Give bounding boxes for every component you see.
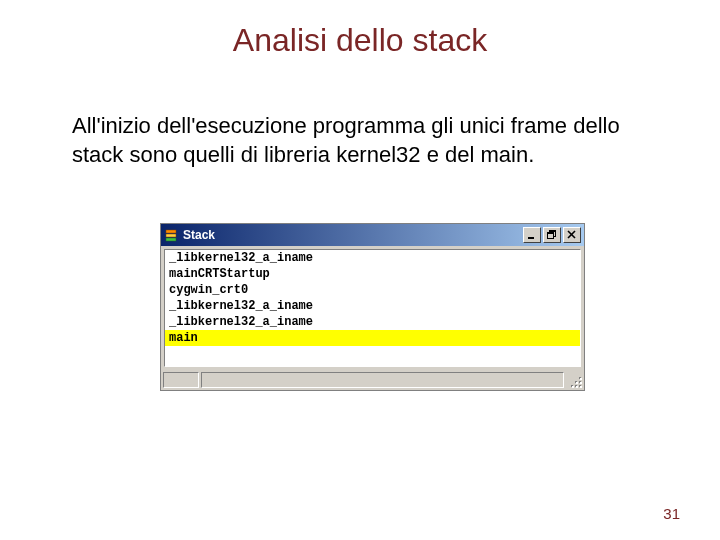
svg-rect-0 — [166, 230, 176, 233]
svg-rect-5 — [550, 231, 556, 233]
slide-body-text: All'inizio dell'esecuzione programma gli… — [72, 112, 652, 169]
restore-button[interactable] — [543, 227, 561, 243]
stack-frame-item[interactable]: cygwin_crt0 — [165, 282, 580, 298]
window-statusbar — [161, 370, 584, 390]
titlebar-buttons — [523, 227, 582, 243]
stack-frame-item[interactable]: mainCRTStartup — [165, 266, 580, 282]
resize-grip-icon[interactable] — [566, 372, 582, 388]
statusbar-pane — [163, 372, 199, 388]
svg-rect-16 — [580, 378, 582, 380]
stack-list[interactable]: _libkernel32_a_iname mainCRTStartup cygw… — [164, 249, 581, 367]
svg-rect-1 — [166, 234, 176, 237]
window-titlebar[interactable]: Stack — [161, 224, 584, 246]
close-button[interactable] — [563, 227, 581, 243]
stack-frame-item-selected[interactable]: main — [165, 330, 580, 346]
svg-rect-7 — [548, 233, 554, 235]
stack-frame-item[interactable]: _libkernel32_a_iname — [165, 250, 580, 266]
stack-frame-item[interactable]: _libkernel32_a_iname — [165, 298, 580, 314]
window-client-border: _libkernel32_a_iname mainCRTStartup cygw… — [161, 246, 584, 370]
minimize-button[interactable] — [523, 227, 541, 243]
statusbar-pane — [201, 372, 564, 388]
svg-rect-21 — [572, 386, 574, 388]
page-number: 31 — [663, 505, 680, 522]
stack-frame-item[interactable]: _libkernel32_a_iname — [165, 314, 580, 330]
stack-window-screenshot: Stack — [160, 223, 585, 391]
svg-rect-20 — [576, 386, 578, 388]
svg-rect-3 — [528, 237, 534, 239]
svg-rect-2 — [166, 238, 176, 241]
svg-rect-18 — [576, 382, 578, 384]
window-frame: Stack — [160, 223, 585, 391]
stack-app-icon — [163, 227, 179, 243]
svg-rect-19 — [580, 386, 582, 388]
svg-rect-17 — [580, 382, 582, 384]
slide-title: Analisi dello stack — [0, 22, 720, 59]
window-title-text: Stack — [183, 228, 523, 242]
